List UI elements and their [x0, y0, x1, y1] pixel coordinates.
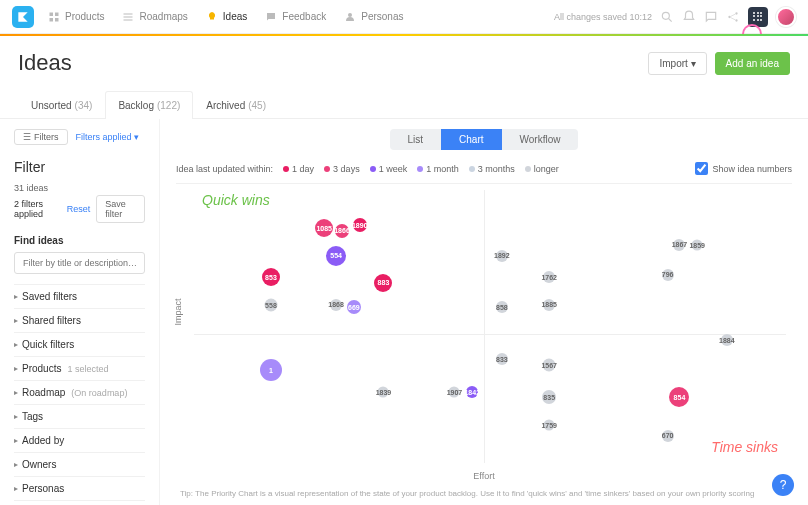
idea-bubble-558[interactable]: 558	[264, 298, 277, 311]
content: ☰ Filters Filters applied ▾ Filter 31 id…	[0, 119, 808, 505]
filters-applied-link[interactable]: Filters applied ▾	[76, 132, 140, 142]
nav-feedback[interactable]: Feedback	[265, 11, 326, 23]
nav-personas[interactable]: Personas	[344, 11, 403, 23]
main: List Chart Workflow Idea last updated wi…	[160, 119, 808, 505]
svg-rect-1	[55, 12, 59, 16]
filter-section-personas[interactable]: Personas	[14, 476, 145, 500]
svg-point-5	[662, 12, 669, 19]
idea-bubble-1907[interactable]: 1907	[449, 387, 460, 398]
filter-section-saved-filters[interactable]: Saved filters	[14, 284, 145, 308]
idea-bubble-1759[interactable]: 1759	[544, 419, 555, 430]
bell-icon[interactable]	[682, 10, 696, 24]
legend-item: 1 week	[370, 164, 408, 174]
save-status: All changes saved 10:12	[554, 12, 652, 22]
svg-rect-3	[55, 18, 59, 22]
add-idea-button[interactable]: Add an idea	[715, 52, 790, 75]
chat-icon[interactable]	[704, 10, 718, 24]
tab-archived-count: (45)	[248, 100, 266, 111]
import-label: Import	[659, 58, 687, 69]
save-filter-button[interactable]: Save filter	[96, 195, 145, 223]
idea-bubble-1884[interactable]: 1884	[721, 334, 733, 346]
svg-line-6	[669, 18, 672, 21]
svg-point-9	[735, 19, 737, 21]
reset-link[interactable]: Reset	[67, 204, 91, 214]
idea-bubble-1[interactable]: 1	[260, 359, 282, 381]
tab-unsorted[interactable]: Unsorted(34)	[18, 91, 105, 119]
nav-right: All changes saved 10:12	[554, 7, 796, 27]
idea-bubble-1868[interactable]: 1868	[330, 299, 342, 311]
filter-section-roadmap[interactable]: Roadmap(On roadmap)	[14, 380, 145, 404]
filter-section-shared-filters[interactable]: Shared filters	[14, 308, 145, 332]
idea-bubble-1892[interactable]: 1892	[496, 250, 508, 262]
filter-bar: ☰ Filters Filters applied ▾	[14, 129, 145, 145]
tab-archived[interactable]: Archived(45)	[193, 91, 279, 119]
search-icon[interactable]	[660, 10, 674, 24]
find-ideas-label: Find ideas	[14, 235, 145, 246]
page-header: Ideas Import ▾ Add an idea	[0, 36, 808, 90]
nav-roadmaps-label: Roadmaps	[139, 11, 187, 22]
nav-products[interactable]: Products	[48, 11, 104, 23]
idea-bubble-1885[interactable]: 1885	[543, 299, 555, 311]
idea-bubble-833[interactable]: 833	[496, 353, 508, 365]
legend-prefix: Idea last updated within:	[176, 164, 273, 174]
idea-bubble-1085[interactable]: 1085	[315, 219, 333, 237]
legend-item: 3 days	[324, 164, 360, 174]
show-numbers-label: Show idea numbers	[712, 164, 792, 174]
app-logo[interactable]	[12, 6, 34, 28]
y-axis-label: Impact	[173, 298, 183, 325]
page-title: Ideas	[18, 50, 72, 76]
idea-bubble-796[interactable]: 796	[662, 269, 674, 281]
idea-bubble-883[interactable]: 883	[374, 274, 392, 292]
tab-backlog-count: (122)	[157, 100, 180, 111]
import-button[interactable]: Import ▾	[648, 52, 706, 75]
idea-bubble-1867[interactable]: 1867	[673, 239, 685, 251]
idea-bubble-1842[interactable]: 1842	[466, 386, 478, 398]
nav-personas-label: Personas	[361, 11, 403, 22]
show-numbers-checkbox[interactable]	[695, 162, 708, 175]
idea-count: 31 ideas	[14, 183, 145, 193]
toggle-list[interactable]: List	[390, 129, 442, 150]
filter-search-input[interactable]	[14, 252, 145, 274]
idea-bubble-1866[interactable]: 1866	[335, 224, 349, 238]
chart-inner: 1085186618905548535581868669883189285817…	[194, 190, 786, 463]
tab-unsorted-count: (34)	[75, 100, 93, 111]
legend-item: longer	[525, 164, 559, 174]
tab-backlog[interactable]: Backlog(122)	[105, 91, 193, 119]
idea-bubble-1890[interactable]: 1890	[353, 218, 367, 232]
idea-bubble-669[interactable]: 669	[347, 300, 361, 314]
help-button[interactable]: ?	[772, 474, 794, 496]
idea-bubble-1839[interactable]: 1839	[378, 387, 389, 398]
show-numbers-toggle[interactable]: Show idea numbers	[695, 162, 792, 175]
idea-bubble-1567[interactable]: 1567	[543, 358, 556, 371]
filter-section-added-by[interactable]: Added by	[14, 428, 145, 452]
toggle-workflow[interactable]: Workflow	[502, 129, 579, 150]
idea-bubble-1859[interactable]: 1859	[692, 239, 703, 250]
share-icon[interactable]	[726, 10, 740, 24]
idea-bubble-670[interactable]: 670	[662, 430, 674, 442]
filter-section-tags[interactable]: Tags	[14, 404, 145, 428]
filters-chip[interactable]: ☰ Filters	[14, 129, 68, 145]
filter-section-owners[interactable]: Owners	[14, 452, 145, 476]
x-axis-label: Effort	[473, 471, 494, 481]
filter-section-thoughts[interactable]: Thoughts	[14, 500, 145, 505]
idea-bubble-853[interactable]: 853	[262, 268, 280, 286]
nav-roadmaps[interactable]: Roadmaps	[122, 11, 187, 23]
idea-bubble-1762[interactable]: 1762	[543, 271, 555, 283]
tab-archived-label: Archived	[206, 100, 245, 111]
toggle-group: List Chart Workflow	[390, 129, 579, 150]
tab-backlog-label: Backlog	[118, 100, 154, 111]
legend-item: 1 month	[417, 164, 459, 174]
idea-bubble-554[interactable]: 554	[326, 246, 346, 266]
filter-section-products[interactable]: Products1 selected	[14, 356, 145, 380]
user-avatar[interactable]	[776, 7, 796, 27]
idea-bubble-854[interactable]: 854	[669, 387, 689, 407]
legend-item: 1 day	[283, 164, 314, 174]
toggle-chart[interactable]: Chart	[441, 129, 501, 150]
tip-text: Tip: The Priority Chart is a visual repr…	[176, 489, 792, 498]
svg-rect-2	[50, 18, 54, 22]
idea-bubble-858[interactable]: 858	[496, 301, 508, 313]
filter-section-quick-filters[interactable]: Quick filters	[14, 332, 145, 356]
nav-ideas[interactable]: Ideas	[206, 11, 247, 23]
idea-bubble-835[interactable]: 835	[542, 390, 556, 404]
svg-point-8	[735, 12, 737, 14]
